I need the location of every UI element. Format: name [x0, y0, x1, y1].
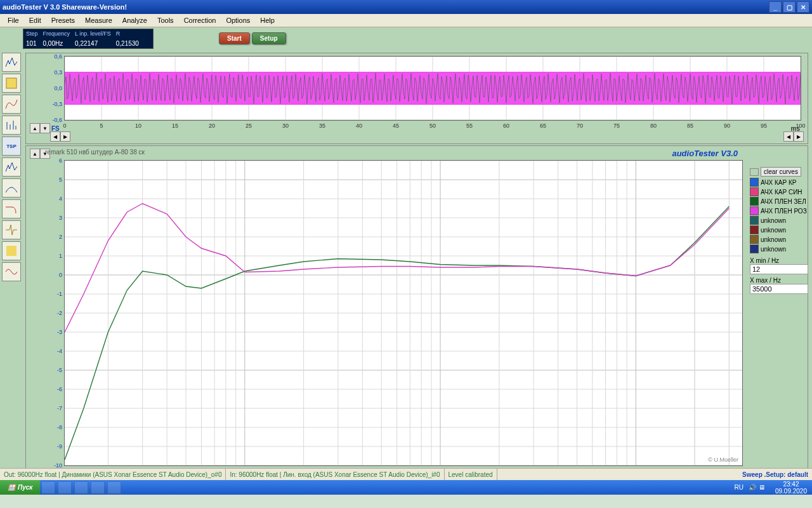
legend-item[interactable]: АЧХ КАР КР — [750, 178, 808, 187]
waveform-chart[interactable]: 0,60,30,0-0,3-0,605101520253035404550556… — [64, 56, 801, 121]
xmax-input[interactable] — [750, 284, 808, 294]
svg-rect-0 — [6, 78, 16, 88]
clock-date: 09.09.2020 — [775, 488, 807, 495]
xmin-input[interactable] — [750, 264, 808, 274]
os-taskbar: 🪟 Пуск RU 🔊 🖥 23:42 09.09.2020 — [0, 480, 812, 495]
menu-measure[interactable]: Measure — [80, 15, 117, 25]
app-title: audioTester V 3.0 Shareware-Version! — [3, 3, 127, 11]
step-value: 101 — [26, 40, 38, 47]
brand-text: audioTester V3.0 — [672, 149, 738, 158]
xmin-label: X min / Hz — [750, 257, 808, 264]
measurement-readout: Step101 Frequency0,00Hz L inp. level/FS0… — [23, 29, 154, 49]
start-button[interactable]: Start — [219, 32, 250, 44]
wave-x-scroll-r[interactable]: ◀▶ — [783, 131, 804, 142]
taskbar-explorer-icon[interactable] — [58, 481, 72, 494]
status-sweep: Sweep .Setup: default — [738, 469, 812, 480]
menu-analyze[interactable]: Analyze — [117, 15, 152, 25]
freq-response-chart[interactable]: © U.Mueller -10-9-8-7-6-5-4-3-2-10123456… — [64, 160, 743, 466]
menu-bar: File Edit Presets Measure Analyze Tools … — [0, 14, 812, 27]
status-cal: Level calibrated — [445, 469, 497, 480]
freq-value: 0,00Hz — [43, 40, 70, 47]
credit-text: © U.Mueller — [708, 457, 738, 463]
maximize-button[interactable]: ▢ — [783, 1, 796, 13]
tool-scope-icon[interactable] — [2, 74, 21, 93]
legend-item[interactable]: unknown — [750, 216, 808, 225]
tray-icon2[interactable]: 🖥 — [759, 484, 765, 491]
taskbar-app1-icon[interactable] — [74, 481, 88, 494]
main-panel: ▲▼ remark 510 нвб штудер А-80 38 ск audi… — [25, 145, 808, 482]
menu-options[interactable]: Options — [221, 15, 255, 25]
status-bar: Out: 96000Hz float | Динамики (ASUS Xona… — [0, 468, 812, 480]
tool-tsp-icon[interactable]: TSP — [2, 137, 21, 156]
wave-y-unit: FS — [51, 125, 60, 132]
legend-item[interactable]: АЧХ ПЛЕН РОЗ — [750, 206, 808, 215]
tool-sweep-icon[interactable] — [2, 95, 21, 114]
lang-indicator[interactable]: RU — [734, 484, 743, 491]
menu-edit[interactable]: Edit — [24, 15, 46, 25]
legend-item[interactable]: unknown — [750, 225, 808, 234]
freq-label: Frequency — [43, 30, 70, 37]
legend-item[interactable]: АЧХ ПЛЕН ЗЕЛ — [750, 197, 808, 206]
window-titlebar: audioTester V 3.0 Shareware-Version! _ ▢… — [0, 0, 812, 14]
tool-spectrum-icon[interactable] — [2, 53, 21, 72]
xmax-label: X max / Hz — [750, 277, 808, 284]
status-in: In: 96000Hz float | Лин. вход (ASUS Xona… — [226, 469, 444, 480]
tray-icon[interactable]: 🔊 — [749, 484, 756, 491]
legend-panel: clear curves АЧХ КАР КРАЧХ КАР СИНАЧХ ПЛ… — [750, 167, 808, 294]
legend-item[interactable]: unknown — [750, 244, 808, 253]
minimize-button[interactable]: _ — [769, 1, 782, 13]
wave-x-scroll[interactable]: ◀▶ — [50, 131, 70, 142]
taskbar-ie-icon[interactable] — [41, 481, 55, 494]
level-r-value: 0,21530 — [116, 40, 139, 47]
clock-time: 23:42 — [775, 481, 807, 488]
tool-analysis-icon[interactable] — [2, 157, 21, 177]
status-out: Out: 96000Hz float | Динамики (ASUS Xona… — [0, 469, 226, 480]
tool-notes-icon[interactable] — [2, 241, 21, 260]
remark-text: remark 510 нвб штудер А-80 38 ск — [45, 149, 145, 156]
wave-y-scroll[interactable]: ▲▼ — [30, 123, 50, 133]
menu-help[interactable]: Help — [255, 15, 280, 25]
legend-item[interactable]: АЧХ КАР СИН — [750, 187, 808, 196]
taskbar-app2-icon[interactable] — [91, 481, 105, 494]
waveform-panel: ▲▼ ◀▶ ◀▶ FS ms 0,60,30,0-0,3-0,605101520… — [25, 53, 808, 144]
menu-presets[interactable]: Presets — [46, 15, 80, 25]
clear-curves-button[interactable]: clear curves — [761, 167, 801, 177]
menu-tools[interactable]: Tools — [152, 15, 179, 25]
level-r-label: R — [116, 30, 139, 37]
level-l-value: 0,22147 — [75, 40, 111, 47]
menu-correction[interactable]: Correction — [179, 15, 221, 25]
tool-impulse-icon[interactable] — [2, 220, 21, 239]
tool-fft-icon[interactable] — [2, 116, 21, 135]
svg-rect-5 — [6, 246, 16, 256]
setup-button[interactable]: Setup — [252, 32, 286, 44]
menu-file[interactable]: File — [3, 15, 24, 25]
workspace: Step101 Frequency0,00Hz L inp. level/FS0… — [0, 27, 812, 495]
taskbar-app3-icon[interactable] — [107, 481, 121, 494]
step-label: Step — [26, 30, 38, 37]
level-l-label: L inp. level/FS — [75, 30, 111, 37]
legend-item[interactable]: unknown — [750, 235, 808, 244]
close-button[interactable]: ✕ — [797, 1, 809, 13]
tool-wave-icon[interactable] — [2, 262, 21, 281]
tool-plot-icon[interactable] — [2, 178, 21, 197]
start-menu-button[interactable]: 🪟 Пуск — [0, 480, 40, 495]
tool-filter-icon[interactable] — [2, 199, 21, 218]
tool-palette-left: TSP — [2, 53, 21, 281]
